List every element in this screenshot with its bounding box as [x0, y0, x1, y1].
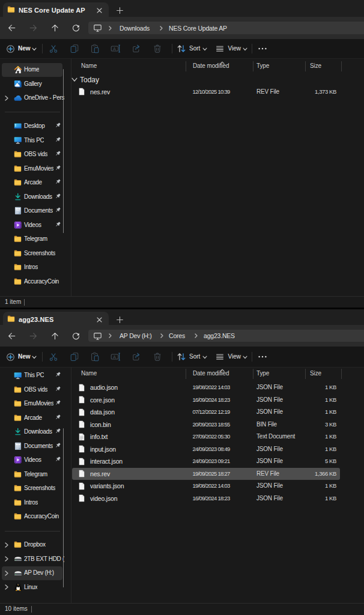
svg-text:A: A: [113, 46, 116, 52]
svg-text:A: A: [113, 354, 116, 360]
